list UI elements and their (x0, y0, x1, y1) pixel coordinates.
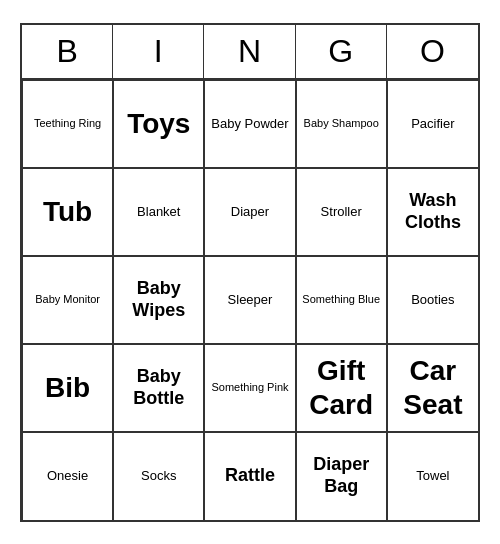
header-letter-n: N (204, 25, 295, 78)
cell-text-8: Stroller (321, 204, 362, 220)
bingo-cell-24: Towel (387, 432, 478, 520)
bingo-cell-15: Bib (22, 344, 113, 432)
bingo-cell-1: Toys (113, 80, 204, 168)
header-letter-i: I (113, 25, 204, 78)
bingo-cell-12: Sleeper (204, 256, 295, 344)
bingo-cell-20: Onesie (22, 432, 113, 520)
bingo-grid: Teething RingToysBaby PowderBaby Shampoo… (22, 80, 478, 520)
cell-text-2: Baby Powder (211, 116, 288, 132)
bingo-cell-11: Baby Wipes (113, 256, 204, 344)
bingo-cell-7: Diaper (204, 168, 295, 256)
cell-text-24: Towel (416, 468, 449, 484)
bingo-cell-8: Stroller (296, 168, 387, 256)
cell-text-5: Tub (43, 195, 92, 229)
bingo-cell-9: Wash Cloths (387, 168, 478, 256)
bingo-card: BINGO Teething RingToysBaby PowderBaby S… (20, 23, 480, 522)
bingo-cell-17: Something Pink (204, 344, 295, 432)
header-letter-b: B (22, 25, 113, 78)
bingo-cell-21: Socks (113, 432, 204, 520)
bingo-cell-10: Baby Monitor (22, 256, 113, 344)
cell-text-23: Diaper Bag (301, 454, 382, 497)
cell-text-9: Wash Cloths (392, 190, 474, 233)
cell-text-14: Booties (411, 292, 454, 308)
bingo-cell-16: Baby Bottle (113, 344, 204, 432)
bingo-cell-19: CarSeat (387, 344, 478, 432)
cell-text-22: Rattle (225, 465, 275, 487)
cell-text-3: Baby Shampoo (304, 117, 379, 130)
bingo-cell-6: Blanket (113, 168, 204, 256)
bingo-cell-0: Teething Ring (22, 80, 113, 168)
bingo-cell-5: Tub (22, 168, 113, 256)
bingo-cell-23: Diaper Bag (296, 432, 387, 520)
cell-text-4: Pacifier (411, 116, 454, 132)
bingo-cell-3: Baby Shampoo (296, 80, 387, 168)
bingo-header: BINGO (22, 25, 478, 80)
cell-text-6: Blanket (137, 204, 180, 220)
cell-text-1: Toys (127, 107, 190, 141)
bingo-cell-22: Rattle (204, 432, 295, 520)
cell-text-17: Something Pink (211, 381, 288, 394)
cell-text-7: Diaper (231, 204, 269, 220)
bingo-cell-4: Pacifier (387, 80, 478, 168)
bingo-cell-2: Baby Powder (204, 80, 295, 168)
header-letter-o: O (387, 25, 478, 78)
cell-text-20: Onesie (47, 468, 88, 484)
cell-text-0: Teething Ring (34, 117, 101, 130)
cell-text-16: Baby Bottle (118, 366, 199, 409)
bingo-cell-18: GiftCard (296, 344, 387, 432)
cell-text-12: Sleeper (228, 292, 273, 308)
bingo-cell-13: Something Blue (296, 256, 387, 344)
cell-text-18: GiftCard (309, 354, 373, 421)
cell-text-13: Something Blue (302, 293, 380, 306)
header-letter-g: G (296, 25, 387, 78)
cell-text-15: Bib (45, 371, 90, 405)
cell-text-10: Baby Monitor (35, 293, 100, 306)
cell-text-11: Baby Wipes (118, 278, 199, 321)
bingo-cell-14: Booties (387, 256, 478, 344)
cell-text-19: CarSeat (403, 354, 462, 421)
cell-text-21: Socks (141, 468, 176, 484)
